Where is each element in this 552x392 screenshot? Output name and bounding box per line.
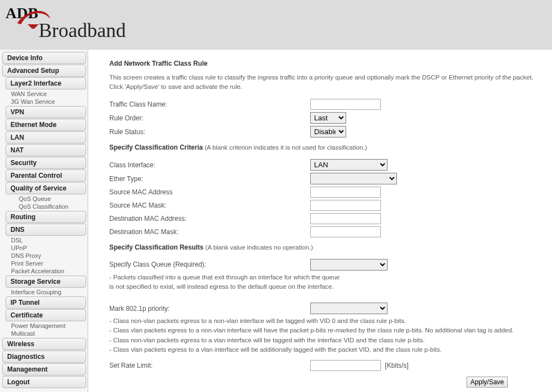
sidebar-item-qos-class[interactable]: QoS Classification <box>15 203 86 210</box>
label-ether-type: Ether Type: <box>109 172 310 186</box>
sidebar-item-diagnostics[interactable]: Diagnostics <box>2 351 86 363</box>
sidebar-item-management[interactable]: Management <box>2 363 86 375</box>
p-note-2: - Class non-vlan packets egress to a vla… <box>109 337 424 343</box>
sidebar-item-eth-mode[interactable]: Ethernet Mode <box>6 119 86 131</box>
logo-broadband-text: Broadband <box>39 19 126 42</box>
rule-status-select[interactable]: Disable <box>310 126 346 137</box>
header: ADB Broadband <box>0 0 552 50</box>
results-help-text: (A blank value indicates no operation.) <box>205 244 313 251</box>
sidebar-item-lan[interactable]: LAN <box>6 131 86 144</box>
queue-note: - Packets classified into a queue that e… <box>109 273 518 292</box>
sidebar-item-wireless[interactable]: Wireless <box>2 338 86 350</box>
sidebar-item-device-info[interactable]: Device Info <box>2 52 86 64</box>
label-spec-queue: Specify Class Queue (Required): <box>109 258 310 272</box>
label-traffic-class-name: Traffic Class Name: <box>109 98 310 111</box>
sidebar-item-power[interactable]: Power Management <box>8 322 86 330</box>
traffic-class-name-input[interactable] <box>310 99 381 110</box>
apply-save-button[interactable]: Apply/Save <box>466 377 508 388</box>
p-note-1: - Class vlan packets egress to a non-vla… <box>109 327 514 333</box>
sidebar-item-layer2[interactable]: Layer2 Interface <box>6 77 86 89</box>
label-src-mac: Source MAC Address <box>109 186 310 199</box>
sidebar-item-advanced-setup[interactable]: Advanced Setup <box>2 65 86 77</box>
label-rule-status: Rule Status: <box>109 125 310 139</box>
sidebar-item-security[interactable]: Security <box>6 157 86 169</box>
logo-adb-text: ADB <box>6 4 38 22</box>
sidebar-item-dns-proxy[interactable]: DNS Proxy <box>8 252 86 259</box>
criteria-head-text: Specify Classification Criteria <box>109 144 203 151</box>
src-mac-mask-input[interactable] <box>310 200 381 211</box>
label-dst-mac-mask: Destination MAC Mask: <box>109 225 310 239</box>
set-rate-input[interactable] <box>310 360 381 371</box>
results-heading: Specify Classification Results (A blank … <box>109 243 541 252</box>
class-interface-select[interactable]: LAN <box>310 159 388 171</box>
criteria-heading: Specify Classification Criteria (A blank… <box>109 143 541 152</box>
dst-mac-input[interactable] <box>310 213 381 224</box>
sidebar-item-routing[interactable]: Routing <box>6 211 86 223</box>
sidebar-item-wan-service[interactable]: WAN Service <box>8 90 86 98</box>
page-intro: This screen creates a traffic class rule… <box>109 73 541 91</box>
p-notes: - Class non-vlan packets egress to a non… <box>109 316 518 354</box>
sidebar-item-parental[interactable]: Parental Control <box>6 169 86 182</box>
sidebar-item-vpn[interactable]: VPN <box>6 106 86 118</box>
sidebar-item-if-group[interactable]: Interface Grouping <box>8 288 86 296</box>
p-note-3: - Class vlan packets egress to a vlan in… <box>109 346 442 353</box>
sidebar-item-qos-queue[interactable]: QoS Queue <box>15 195 86 203</box>
results-head-text: Specify Classification Results <box>109 243 204 251</box>
rule-order-select[interactable]: Last <box>310 112 346 124</box>
dst-mac-mask-input[interactable] <box>310 226 381 237</box>
page-title: Add Network Traffic Class Rule <box>109 60 541 67</box>
spec-queue-select[interactable] <box>310 259 388 271</box>
sidebar-item-3g-wan[interactable]: 3G Wan Service <box>8 98 86 105</box>
sidebar-item-nat[interactable]: NAT <box>6 144 86 156</box>
p-note-0: - Class non-vlan packets egress to a non… <box>109 317 406 324</box>
sidebar-item-pkt-accel[interactable]: Packet Acceleration <box>8 267 86 275</box>
src-mac-input[interactable] <box>310 187 381 198</box>
label-dst-mac: Destination MAC Address: <box>109 212 310 225</box>
sidebar-item-ip-tunnel[interactable]: IP Tunnel <box>6 296 86 309</box>
sidebar-item-qos[interactable]: Quality of Service <box>6 182 86 194</box>
mark-8021p-select[interactable] <box>310 303 388 314</box>
label-set-rate: Set Rate Limit: <box>109 359 310 372</box>
criteria-help-text: (A blank criterion indicates it is not u… <box>205 144 367 151</box>
label-rule-order: Rule Order: <box>109 111 310 125</box>
sidebar-item-upnp[interactable]: UPnP <box>8 244 86 252</box>
queue-note-line2: is not specified to exist, will instead … <box>109 283 334 290</box>
sidebar-item-print-server[interactable]: Print Server <box>8 259 86 267</box>
sidebar-item-dsl[interactable]: DSL <box>8 236 86 244</box>
sidebar-item-certificate[interactable]: Certificate <box>6 309 86 321</box>
sidebar-item-storage[interactable]: Storage Service <box>6 276 86 288</box>
label-mark-8021p: Mark 802.1p priority: <box>109 301 310 315</box>
sidebar-item-logout[interactable]: Logout <box>2 376 86 388</box>
brand-logo: ADB Broadband <box>6 4 126 42</box>
queue-note-line1: - Packets classified into a queue that e… <box>109 274 339 280</box>
rate-unit: [Kbits/s] <box>383 362 408 369</box>
ether-type-select[interactable] <box>310 173 397 184</box>
label-src-mac-mask: Source MAC Mask: <box>109 199 310 212</box>
content-pane: Add Network Traffic Class Rule This scre… <box>88 50 552 392</box>
sidebar: Device Info Advanced Setup Layer2 Interf… <box>0 50 88 392</box>
sidebar-item-multicast[interactable]: Multicast <box>8 330 86 337</box>
sidebar-item-dns[interactable]: DNS <box>6 224 86 236</box>
label-class-interface: Class Interface: <box>109 158 310 172</box>
